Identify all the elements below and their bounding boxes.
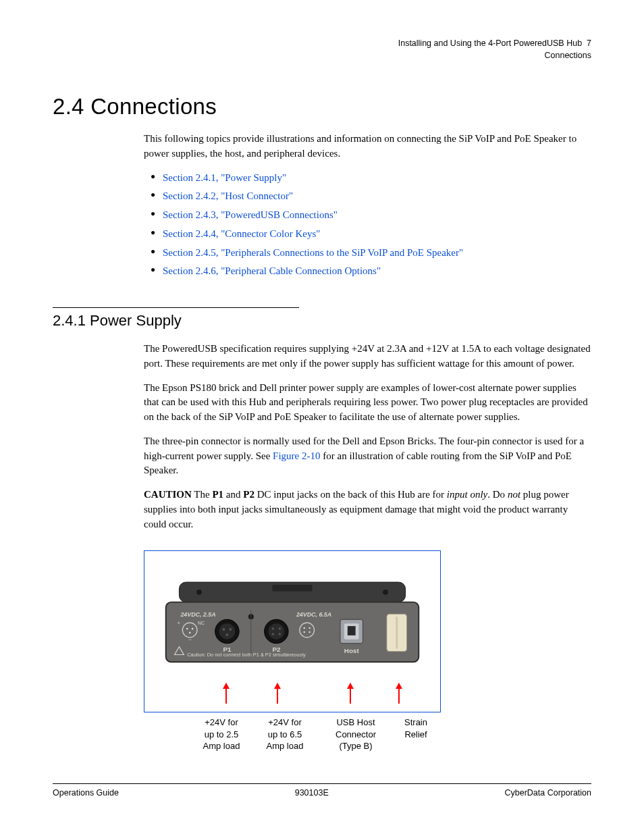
svg-point-30 — [303, 627, 305, 629]
svg-point-33 — [308, 631, 311, 633]
svg-point-31 — [308, 627, 311, 629]
callout-label: USB HostConnector(Type B) — [322, 716, 390, 752]
svg-point-25 — [272, 633, 275, 635]
paragraph: The Epson PS180 brick and Dell printer p… — [144, 381, 591, 425]
header-page-number: 7 — [587, 38, 591, 48]
svg-point-7 — [186, 628, 188, 630]
running-header: Installing and Using the 4-Port PoweredU… — [53, 38, 591, 61]
footer-left: Operations Guide — [53, 788, 119, 798]
svg-point-16 — [229, 628, 232, 631]
svg-point-32 — [303, 631, 305, 633]
svg-point-22 — [269, 623, 285, 640]
intro-paragraph: This following topics provide illustrati… — [144, 132, 591, 161]
svg-text:24VDC, 6.5A: 24VDC, 6.5A — [296, 612, 331, 619]
hub-photo-illustration: 24VDC, 2.5A + NC − P1 P2 — [153, 577, 432, 685]
toc-item: Section 2.4.1, "Power Supply" — [153, 171, 591, 186]
callout-arrow-icon — [225, 683, 227, 704]
svg-text:+: + — [177, 620, 180, 626]
svg-point-15 — [223, 628, 225, 631]
callout-label: +24V forup to 6.5Amp load — [253, 716, 317, 752]
svg-rect-3 — [272, 585, 312, 592]
xref-link[interactable]: Section 2.4.4, "Connector Color Keys" — [163, 228, 320, 239]
svg-point-24 — [278, 628, 281, 631]
footer-right: CyberData Corporation — [504, 788, 591, 798]
footer-rule — [53, 783, 591, 784]
xref-link[interactable]: Section 2.4.5, "Peripherals Connections … — [163, 247, 463, 258]
header-section: Connections — [545, 51, 592, 60]
page-footer: Operations Guide 930103E CyberData Corpo… — [53, 783, 591, 798]
toc-item: Section 2.4.2, "Host Connector" — [153, 189, 591, 204]
toc-item: Section 2.4.3, "PoweredUSB Connections" — [153, 208, 591, 223]
subsection-body: The PoweredUSB specification requires su… — [144, 342, 591, 531]
paragraph: The three-pin connector is normally used… — [144, 434, 591, 478]
svg-point-23 — [272, 628, 275, 631]
svg-text:Caution: Do not connect both P: Caution: Do not connect both P1 & P2 sim… — [187, 652, 306, 658]
svg-text:24VDC, 2.5A: 24VDC, 2.5A — [180, 612, 215, 619]
toc-list: Section 2.4.1, "Power Supply" Section 2.… — [144, 171, 591, 280]
footer-center: 930103E — [295, 788, 329, 798]
svg-point-17 — [225, 633, 228, 636]
svg-point-1 — [196, 590, 202, 595]
figure-callouts: +24V forup to 2.5Amp load +24V forup to … — [144, 716, 441, 752]
toc-item: Section 2.4.4, "Connector Color Keys" — [153, 227, 591, 242]
toc-item: Section 2.4.5, "Peripherals Connections … — [153, 246, 591, 261]
svg-point-8 — [192, 628, 194, 630]
header-title: Installing and Using the 4-Port PoweredU… — [398, 38, 582, 48]
callout-label: StrainRelief — [392, 716, 439, 752]
svg-text:−: − — [188, 637, 192, 643]
paragraph: The PoweredUSB specification requires su… — [144, 342, 591, 371]
toc-item: Section 2.4.6, "Peripheral Cable Connect… — [153, 264, 591, 279]
subsection-heading: 2.4.1 Power Supply — [53, 312, 591, 330]
svg-text:Host: Host — [344, 647, 360, 654]
svg-point-9 — [189, 632, 191, 634]
callout-arrow-icon — [350, 683, 351, 704]
callout-arrow-icon — [398, 683, 400, 704]
svg-rect-37 — [348, 626, 356, 635]
xref-link[interactable]: Section 2.4.3, "PoweredUSB Connections" — [163, 209, 338, 220]
figure-xref-link[interactable]: Figure 2-10 — [273, 450, 320, 461]
section-heading: 2.4 Connections — [53, 94, 591, 120]
caution-label: CAUTION — [144, 489, 192, 500]
xref-link[interactable]: Section 2.4.6, "Peripheral Cable Connect… — [163, 265, 381, 276]
subsection-rule — [53, 307, 299, 308]
section-intro-block: This following topics provide illustrati… — [144, 132, 591, 279]
caution-paragraph: CAUTION The P1 and P2 DC input jacks on … — [144, 488, 591, 531]
callout-label: +24V forup to 2.5Amp load — [190, 716, 253, 752]
svg-text:NC: NC — [198, 621, 205, 625]
xref-link[interactable]: Section 2.4.1, "Power Supply" — [163, 172, 286, 183]
svg-point-26 — [278, 633, 281, 635]
svg-point-14 — [219, 623, 236, 640]
callout-arrow-icon — [277, 683, 278, 704]
figure: 24VDC, 2.5A + NC − P1 P2 — [144, 550, 441, 752]
figure-border: 24VDC, 2.5A + NC − P1 P2 — [144, 550, 441, 712]
xref-link[interactable]: Section 2.4.2, "Host Connector" — [163, 190, 293, 201]
svg-point-2 — [383, 590, 388, 595]
